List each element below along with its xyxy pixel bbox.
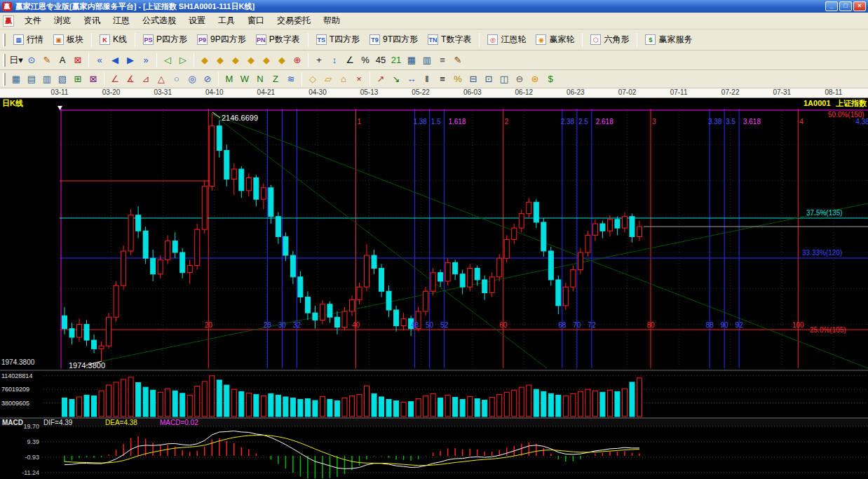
date-tick: 05-22 bbox=[412, 88, 430, 96]
toolbar-button-t-square[interactable]: TST四方形 bbox=[311, 32, 365, 48]
toolbar-button-t-number-table[interactable]: TNT数字表 bbox=[423, 32, 476, 48]
gann-grid-tool-icon[interactable]: ▦ bbox=[8, 72, 24, 86]
arc-angle-tool-icon[interactable]: ∡ bbox=[123, 72, 138, 86]
menu-item-help[interactable]: 帮助 bbox=[317, 13, 346, 29]
wave-m-tool-icon[interactable]: M bbox=[222, 72, 237, 86]
diagonal-grid-tool-icon[interactable]: ▧ bbox=[55, 72, 70, 86]
toolbar-button-p-square[interactable]: PSP四方形 bbox=[138, 32, 192, 48]
percent-tool-icon[interactable]: % bbox=[358, 53, 373, 67]
last-screen-button-icon[interactable]: » bbox=[138, 53, 154, 67]
toolbar-grip[interactable] bbox=[3, 73, 6, 86]
delete-shape-tool-icon[interactable]: × bbox=[351, 72, 367, 86]
parallelogram-tool-icon[interactable]: ▱ bbox=[320, 72, 336, 86]
menu-item-window[interactable]: 窗口 bbox=[241, 13, 271, 29]
diamond-outline-tool-icon[interactable]: ◇ bbox=[305, 72, 320, 86]
toolbar-button-winner-wheel[interactable]: ◉赢家轮 bbox=[531, 32, 579, 48]
horizontal-range-tool-icon[interactable]: ↔ bbox=[404, 72, 419, 86]
menu-item-trade-order[interactable]: 交易委托 bbox=[271, 13, 317, 29]
compass-tool-icon[interactable]: ⊙ bbox=[24, 53, 39, 67]
zigzag-tool-icon[interactable]: Z bbox=[268, 72, 283, 86]
gann-diamond-tool-4-icon[interactable]: ◆ bbox=[243, 53, 259, 67]
menu-item-tools[interactable]: 工具 bbox=[212, 13, 241, 29]
cursor-cross-tool-icon[interactable]: + bbox=[311, 53, 327, 67]
vertical-split-tool-icon[interactable]: ◫ bbox=[496, 72, 512, 86]
square-grid-tool-icon[interactable]: ▦ bbox=[404, 53, 419, 67]
vertical-grid-tool-icon[interactable]: ▥ bbox=[419, 53, 435, 67]
toolbar-button-hexagon[interactable]: ⬡六角形 bbox=[585, 32, 634, 48]
circle-tool-icon[interactable]: ○ bbox=[169, 72, 184, 86]
wheel-small-tool-icon[interactable]: ⊛ bbox=[527, 72, 543, 86]
toolbar-button-9t-square[interactable]: T99T四方形 bbox=[365, 32, 423, 48]
menu-item-file[interactable]: 文件 bbox=[18, 13, 48, 29]
toolbar-button-kline[interactable]: KK线 bbox=[95, 32, 132, 48]
vertical-measure-tool-icon[interactable]: ↕ bbox=[327, 53, 342, 67]
crosshair-tool-icon[interactable]: ⊕ bbox=[290, 53, 305, 67]
minus-circle-tool-icon[interactable]: ⊖ bbox=[512, 72, 527, 86]
menu-item-settings[interactable]: 设置 bbox=[182, 13, 212, 29]
t-square-icon: TS bbox=[316, 34, 327, 45]
gann-diamond-tool-1-icon[interactable]: ◆ bbox=[197, 53, 212, 67]
triple-lines-tool-icon[interactable]: ≡ bbox=[435, 72, 450, 86]
gann-angle-tool-icon[interactable]: ∠ bbox=[107, 72, 123, 86]
zoom-in-button-icon[interactable]: ▷ bbox=[175, 53, 191, 67]
menu-item-formula-stock-picker[interactable]: 公式选股 bbox=[136, 13, 182, 29]
next-screen-button-icon[interactable]: ▶ bbox=[123, 53, 138, 67]
maximize-button[interactable]: □ bbox=[839, 1, 852, 11]
angle-45-tool-icon[interactable]: 45 bbox=[373, 53, 388, 67]
prev-screen-button-icon[interactable]: ◀ bbox=[107, 53, 123, 67]
x-box-tool-icon[interactable]: ⊠ bbox=[86, 72, 101, 86]
toolbar-button-market-quotes[interactable]: ▦行情 bbox=[8, 32, 48, 48]
kline-chart[interactable]: 1140288147601920938009605MACDDIF=4.39DEA… bbox=[0, 98, 868, 479]
first-screen-button-icon[interactable]: « bbox=[92, 53, 107, 67]
toolbar-button-winner-service[interactable]: $赢家服务 bbox=[640, 32, 697, 48]
list-tool-icon[interactable]: ≡ bbox=[435, 53, 450, 67]
p-number-table-icon: PN bbox=[256, 34, 266, 45]
triangle-tool-icon[interactable]: △ bbox=[154, 72, 169, 86]
gann-diamond-tool-2-icon[interactable]: ◆ bbox=[212, 53, 228, 67]
horizontal-lines-tool-icon[interactable]: ▤ bbox=[24, 72, 39, 86]
wave-lines-tool-icon[interactable]: ≋ bbox=[283, 72, 299, 86]
minimize-button[interactable]: _ bbox=[825, 1, 838, 11]
toolbar-button-p-number-table[interactable]: PNP数字表 bbox=[251, 32, 305, 48]
menu-item-browse[interactable]: 浏览 bbox=[48, 13, 77, 29]
gann-diamond-tool-5-icon[interactable]: ◆ bbox=[259, 53, 274, 67]
erase-tool-icon[interactable]: ⊠ bbox=[70, 53, 86, 67]
text-tool-icon[interactable]: A bbox=[55, 53, 70, 67]
app-icon: 赢 bbox=[2, 2, 12, 11]
horizontal-split-tool-icon[interactable]: ⊟ bbox=[466, 72, 481, 86]
gann-ratio-label: 1.618 bbox=[448, 118, 466, 126]
pencil-tool-icon[interactable]: ✎ bbox=[39, 53, 55, 67]
toolbar-button-gann-wheel[interactable]: ◎江恩轮 bbox=[482, 32, 531, 48]
app-logo-icon: 赢 bbox=[3, 15, 14, 27]
service-small-tool-icon[interactable]: $ bbox=[543, 72, 558, 86]
gann-diamond-tool-3-icon[interactable]: ◆ bbox=[228, 53, 243, 67]
cross-grid-tool-icon[interactable]: ⊞ bbox=[70, 72, 86, 86]
slash-circle-tool-icon[interactable]: ⊘ bbox=[200, 72, 215, 86]
fibonacci-percent-tool-icon[interactable]: % bbox=[450, 72, 466, 86]
pentagon-tool-icon[interactable]: ⌂ bbox=[336, 72, 351, 86]
wave-w-tool-icon[interactable]: W bbox=[237, 72, 252, 86]
parallel-lines-tool-icon[interactable]: ‖ bbox=[419, 72, 435, 86]
dot-box-tool-icon[interactable]: ⊡ bbox=[481, 72, 496, 86]
close-button[interactable]: × bbox=[853, 1, 866, 11]
toolbar-grip[interactable] bbox=[3, 54, 6, 67]
angle-tool-icon[interactable]: ∠ bbox=[342, 53, 358, 67]
zoom-out-button-icon[interactable]: ◁ bbox=[160, 53, 175, 67]
edit-tool-icon[interactable]: ✎ bbox=[450, 53, 466, 67]
period-day-selector-icon[interactable]: 日▾ bbox=[8, 53, 24, 67]
toolbar-separator bbox=[308, 53, 308, 67]
toolbar-button-9p-square[interactable]: P99P四方形 bbox=[192, 32, 251, 48]
vertical-lines-tool-icon[interactable]: ▥ bbox=[39, 72, 55, 86]
right-triangle-tool-icon[interactable]: ⊿ bbox=[138, 72, 154, 86]
toolbar-button-sectors[interactable]: ▣板块 bbox=[48, 32, 88, 48]
toolbar-grip[interactable] bbox=[3, 34, 6, 46]
trend-down-tool-icon[interactable]: ↘ bbox=[388, 72, 404, 86]
gann-diamond-tool-6-icon[interactable]: ◆ bbox=[274, 53, 290, 67]
trend-up-tool-icon[interactable]: ↗ bbox=[373, 72, 388, 86]
toolbar-separator bbox=[104, 72, 104, 86]
wave-n-tool-icon[interactable]: N bbox=[252, 72, 268, 86]
concentric-circle-tool-icon[interactable]: ◎ bbox=[184, 72, 200, 86]
menu-item-gann[interactable]: 江恩 bbox=[107, 13, 136, 29]
number-21-tool-icon[interactable]: 21 bbox=[388, 53, 404, 67]
menu-item-news[interactable]: 资讯 bbox=[77, 13, 107, 29]
